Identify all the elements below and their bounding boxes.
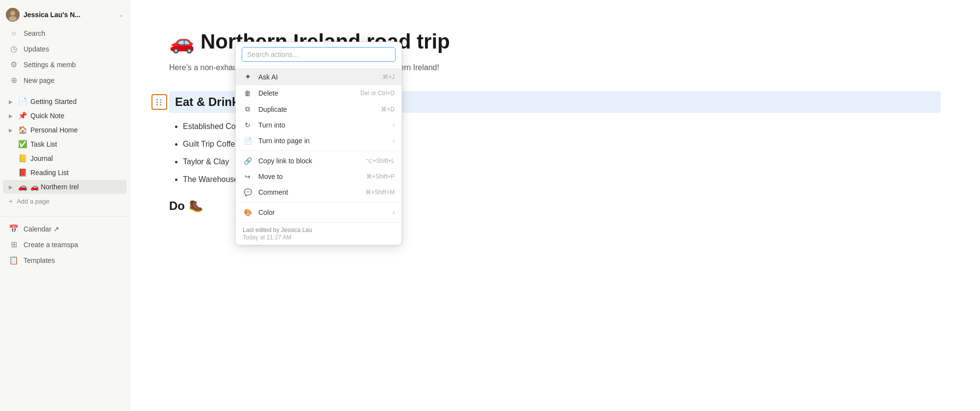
delete-icon: 🗑 — [243, 89, 252, 97]
sidebar-nav-settings-label: Settings & memb — [24, 61, 76, 69]
context-menu-item-move-to[interactable]: ↪ Move to ⌘+Shift+P — [236, 169, 402, 184]
sidebar-page-task-list[interactable]: ✅ Task List — [3, 137, 126, 151]
comment-label: Comment — [258, 188, 359, 196]
move-to-shortcut: ⌘+Shift+P — [366, 173, 395, 180]
move-to-label: Move to — [258, 173, 360, 180]
context-menu-items-list: ✦ Ask AI ⌘+J 🗑 Delete Del or Ctrl+D ⧉ Du… — [236, 66, 402, 222]
color-icon: 🎨 — [243, 208, 252, 216]
context-menu-item-ask-ai[interactable]: ✦ Ask AI ⌘+J — [236, 68, 402, 85]
move-to-icon: ↪ — [243, 173, 252, 180]
workspace-header[interactable]: Jessica Lau's N... ⌄ — [0, 4, 129, 26]
search-icon: ○ — [9, 29, 19, 38]
copy-link-label: Copy link to block — [258, 157, 360, 165]
sidebar-nav-newpage-label: New page — [24, 77, 54, 84]
link-icon: 🔗 — [243, 157, 252, 165]
context-menu-divider-1 — [236, 151, 402, 151]
comment-icon: 💬 — [243, 188, 252, 196]
expand-arrow-icon-3: ▶ — [9, 128, 15, 133]
drag-dot-5 — [156, 104, 158, 105]
sidebar-bottom-calendar-label: Calendar ↗ — [24, 225, 59, 233]
drag-handle[interactable] — [151, 94, 167, 110]
gear-icon: ⚙ — [9, 60, 19, 69]
page-label-getting-started: Getting Started — [30, 98, 76, 105]
sidebar-page-getting-started[interactable]: ▶ 📄 Getting Started — [3, 95, 126, 108]
sidebar-nav-updates-label: Updates — [24, 45, 49, 53]
page-label-northern-ireland: 🚗 Northern Irel — [30, 183, 79, 191]
turn-into-page-label: Turn into page in — [258, 137, 387, 145]
plus-circle-icon: ⊕ — [9, 76, 19, 85]
drag-dot-6 — [160, 104, 161, 105]
do-icon: 🥾 — [189, 199, 203, 213]
sidebar-bottom-teamspace-label: Create a teamspa — [24, 241, 78, 249]
workspace-name: Jessica Lau's N... — [24, 11, 115, 19]
clock-icon: ◷ — [9, 44, 19, 53]
copy-link-shortcut: ⌥+Shift+L — [366, 157, 395, 164]
duplicate-icon: ⧉ — [243, 105, 252, 113]
context-menu-item-turn-into-page[interactable]: 📄 Turn into page in › — [236, 133, 402, 149]
page-icon-journal: 📒 — [18, 154, 27, 163]
turn-into-page-arrow-icon: › — [393, 137, 395, 144]
page-icon-getting-started: 📄 — [18, 97, 27, 106]
svg-point-1 — [10, 11, 15, 16]
sidebar-page-journal[interactable]: 📒 Journal — [3, 152, 126, 165]
drag-dot-4 — [160, 102, 161, 103]
page-label-reading-list: Reading List — [30, 169, 69, 177]
context-menu: ✦ Ask AI ⌘+J 🗑 Delete Del or Ctrl+D ⧉ Du… — [235, 42, 402, 245]
sidebar-item-search[interactable]: ○ Search — [3, 26, 126, 41]
turn-into-label: Turn into — [258, 121, 387, 129]
page-emoji-icon: 🚗 — [169, 30, 195, 54]
drag-dot-1 — [156, 99, 158, 101]
context-menu-item-copy-link[interactable]: 🔗 Copy link to block ⌥+Shift+L — [236, 153, 402, 169]
do-label: Do — [169, 199, 185, 213]
context-menu-item-turn-into[interactable]: ↻ Turn into › — [236, 117, 402, 133]
sidebar: Jessica Lau's N... ⌄ ○ Search ◷ Updates … — [0, 0, 130, 411]
expand-arrow-icon-7: ▶ — [9, 184, 15, 190]
ask-ai-icon: ✦ — [243, 72, 252, 81]
workspace-avatar — [6, 8, 20, 22]
drag-dot-3 — [156, 102, 158, 103]
sidebar-item-settings[interactable]: ⚙ Settings & memb — [3, 57, 126, 72]
sidebar-item-templates[interactable]: 📋 Templates — [3, 253, 126, 268]
page-icon-quick-note: 📌 — [18, 111, 27, 120]
expand-arrow-icon: ▶ — [9, 99, 15, 104]
context-menu-last-edited-time: Today at 11:27 AM — [243, 234, 395, 241]
plus-icon: + — [9, 197, 13, 205]
sidebar-page-reading-list[interactable]: 📕 Reading List — [3, 166, 126, 180]
context-menu-last-edited: Last edited by Jessica Lau — [243, 227, 395, 233]
context-menu-item-comment[interactable]: 💬 Comment ⌘+Shift+M — [236, 184, 402, 200]
delete-label: Delete — [258, 89, 354, 97]
ask-ai-label: Ask AI — [258, 73, 377, 81]
duplicate-shortcut: ⌘+D — [381, 106, 395, 113]
duplicate-label: Duplicate — [258, 105, 375, 113]
context-menu-footer: Last edited by Jessica Lau Today at 11:2… — [236, 222, 402, 245]
context-menu-divider-2 — [236, 202, 402, 203]
context-menu-search-input[interactable] — [242, 47, 396, 62]
context-menu-item-duplicate[interactable]: ⧉ Duplicate ⌘+D — [236, 101, 402, 117]
sidebar-page-quick-note[interactable]: ▶ 📌 Quick Note — [3, 109, 126, 123]
sidebar-bottom-templates-label: Templates — [24, 257, 55, 264]
workspace-chevron-icon: ⌄ — [119, 11, 124, 18]
context-menu-item-color[interactable]: 🎨 Color › — [236, 205, 402, 220]
sidebar-item-calendar[interactable]: 📅 Calendar ↗ — [3, 221, 126, 236]
svg-point-2 — [9, 16, 17, 21]
sidebar-item-new-page[interactable]: ⊕ New page — [3, 73, 126, 88]
page-label-journal: Journal — [30, 154, 53, 162]
context-menu-item-delete[interactable]: 🗑 Delete Del or Ctrl+D — [236, 85, 402, 101]
sidebar-bottom: 📅 Calendar ↗ ⊞ Create a teamspa 📋 Templa… — [0, 216, 129, 268]
sidebar-item-updates[interactable]: ◷ Updates — [3, 41, 126, 56]
expand-arrow-icon-2: ▶ — [9, 113, 15, 119]
turn-into-icon: ↻ — [243, 121, 252, 129]
drag-dot-2 — [160, 99, 161, 101]
page-icon-reading-list: 📕 — [18, 168, 27, 177]
add-page-label: Add a page — [17, 198, 50, 205]
sidebar-page-personal-home[interactable]: ▶ 🏠 Personal Home — [3, 123, 126, 137]
page-icon-northern-ireland: 🚗 — [18, 182, 27, 191]
page-label-personal-home: Personal Home — [30, 126, 78, 134]
sidebar-item-create-teamspace[interactable]: ⊞ Create a teamspa — [3, 237, 126, 252]
turn-into-page-icon: 📄 — [243, 137, 252, 145]
add-page-button[interactable]: + Add a page — [3, 195, 126, 207]
color-arrow-icon: › — [393, 209, 395, 216]
sidebar-page-northern-ireland[interactable]: ▶ 🚗 🚗 Northern Irel — [3, 180, 126, 194]
page-label-task-list: Task List — [30, 140, 57, 148]
templates-icon: 📋 — [9, 256, 19, 265]
